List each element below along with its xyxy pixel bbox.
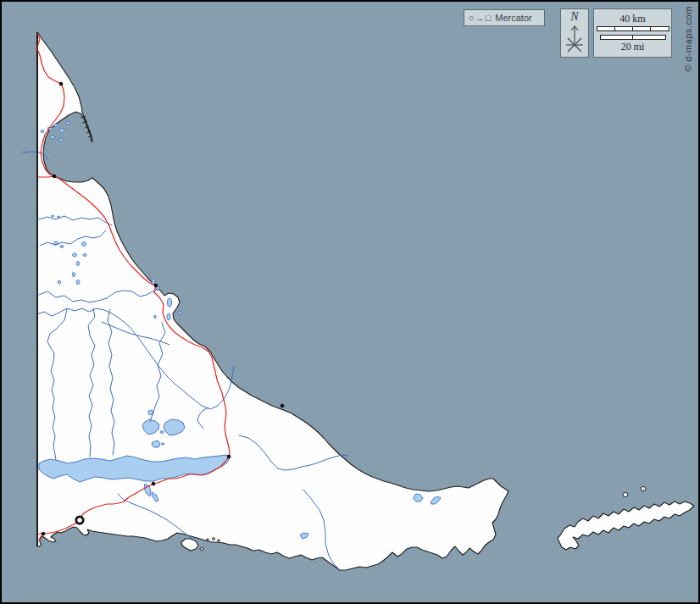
projection-icon: ○→□ — [469, 13, 492, 23]
pond — [167, 313, 170, 320]
pond — [76, 262, 80, 266]
compass-box: N — [560, 8, 589, 58]
isla-de-los-estados — [558, 501, 694, 550]
projection-label-box: ○→□ Mercator — [464, 9, 545, 26]
pond — [50, 136, 55, 139]
island-beagle-channel — [181, 539, 198, 551]
pond — [52, 215, 54, 217]
compass-icon — [560, 23, 589, 57]
pond — [54, 124, 58, 127]
islet-2-lagoon — [642, 488, 644, 490]
map-canvas[interactable] — [2, 2, 698, 602]
scale-km-bar — [597, 26, 669, 31]
map-stage: ○→□ Mercator N 40 km 20 mi © d-maps.com — [0, 0, 700, 604]
islet-3 — [207, 539, 209, 540]
pond — [66, 121, 70, 125]
city-dot — [227, 455, 231, 459]
pond — [73, 253, 77, 257]
pond — [59, 129, 64, 132]
city-dot — [152, 482, 156, 486]
pond — [162, 443, 164, 445]
pond — [160, 431, 164, 434]
pond — [168, 298, 172, 307]
scale-mi-bar — [600, 35, 666, 40]
scale-km-label: 40 km — [619, 14, 645, 25]
projection-name: Mercator — [495, 13, 531, 23]
pond — [154, 315, 157, 319]
copyright-text: © d-maps.com — [682, 1, 694, 77]
pond — [76, 280, 80, 285]
pond — [41, 130, 44, 133]
islet-4 — [212, 538, 214, 540]
scale-bar-box: 40 km 20 mi — [593, 8, 672, 58]
city-dot — [42, 532, 46, 536]
pond — [83, 254, 86, 257]
city-dot — [281, 404, 285, 408]
pond — [72, 273, 75, 277]
pond — [58, 216, 60, 218]
city-dot — [154, 284, 158, 288]
pond — [58, 280, 61, 284]
north-label: N — [570, 10, 578, 23]
islet-5 — [218, 540, 220, 541]
city-dot — [59, 82, 64, 86]
pond — [178, 311, 181, 313]
pond — [152, 279, 155, 285]
city-dot — [53, 175, 57, 179]
pond — [59, 138, 64, 141]
pond — [60, 246, 64, 248]
capital-ring — [76, 517, 83, 524]
isla-grande-tierra-del-fuego — [37, 32, 508, 570]
islet-1 — [623, 493, 628, 497]
islet-6 — [200, 548, 203, 551]
scale-mi-label: 20 mi — [621, 42, 645, 53]
pond — [82, 242, 86, 247]
river — [23, 152, 48, 160]
